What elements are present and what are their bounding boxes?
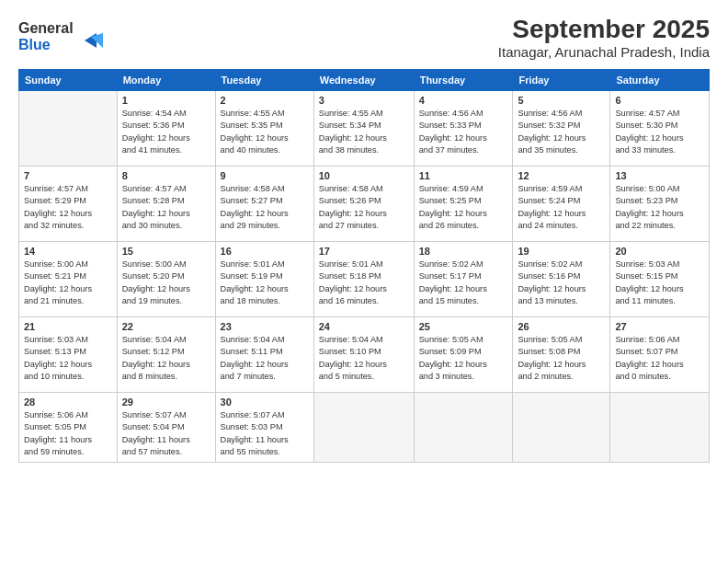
- week-row-2: 7Sunrise: 4:57 AM Sunset: 5:29 PM Daylig…: [19, 167, 710, 242]
- day-info: Sunrise: 5:05 AM Sunset: 5:08 PM Dayligh…: [518, 334, 605, 383]
- col-header-tuesday: Tuesday: [215, 70, 313, 91]
- day-info: Sunrise: 5:07 AM Sunset: 5:04 PM Dayligh…: [122, 409, 210, 458]
- col-header-thursday: Thursday: [414, 70, 513, 91]
- day-number: 25: [419, 321, 508, 332]
- day-info: Sunrise: 4:58 AM Sunset: 5:27 PM Dayligh…: [221, 183, 309, 232]
- day-info: Sunrise: 5:01 AM Sunset: 5:19 PM Dayligh…: [221, 259, 309, 307]
- day-number: 5: [518, 95, 605, 106]
- week-row-1: 1Sunrise: 4:54 AM Sunset: 5:36 PM Daylig…: [19, 91, 710, 167]
- day-number: 4: [419, 95, 508, 106]
- calendar-cell: 8Sunrise: 4:57 AM Sunset: 5:28 PM Daylig…: [117, 167, 215, 242]
- col-header-wednesday: Wednesday: [313, 70, 414, 91]
- calendar-cell: 29Sunrise: 5:07 AM Sunset: 5:04 PM Dayli…: [117, 393, 215, 463]
- calendar-cell: 13Sunrise: 5:00 AM Sunset: 5:23 PM Dayli…: [610, 167, 710, 242]
- day-number: 23: [221, 321, 309, 332]
- calendar-cell: 19Sunrise: 5:02 AM Sunset: 5:16 PM Dayli…: [513, 242, 610, 317]
- day-number: 21: [24, 321, 112, 332]
- calendar-cell: [513, 393, 610, 463]
- day-number: 18: [419, 246, 508, 257]
- calendar-cell: 6Sunrise: 4:57 AM Sunset: 5:30 PM Daylig…: [610, 91, 710, 167]
- calendar-cell: 23Sunrise: 5:04 AM Sunset: 5:11 PM Dayli…: [215, 317, 313, 393]
- day-info: Sunrise: 4:57 AM Sunset: 5:29 PM Dayligh…: [24, 183, 112, 232]
- calendar-cell: [19, 91, 118, 167]
- month-title: September 2025: [498, 15, 710, 44]
- day-info: Sunrise: 5:03 AM Sunset: 5:13 PM Dayligh…: [24, 334, 112, 383]
- col-header-friday: Friday: [513, 70, 610, 91]
- col-header-monday: Monday: [117, 70, 215, 91]
- day-number: 11: [419, 170, 508, 181]
- day-info: Sunrise: 5:06 AM Sunset: 5:05 PM Dayligh…: [24, 409, 112, 458]
- calendar-header-row: SundayMondayTuesdayWednesdayThursdayFrid…: [19, 70, 710, 91]
- day-info: Sunrise: 5:04 AM Sunset: 5:11 PM Dayligh…: [221, 334, 309, 383]
- day-info: Sunrise: 5:03 AM Sunset: 5:15 PM Dayligh…: [615, 259, 704, 307]
- calendar-cell: 28Sunrise: 5:06 AM Sunset: 5:05 PM Dayli…: [19, 393, 118, 463]
- day-number: 14: [24, 246, 112, 257]
- calendar-cell: 5Sunrise: 4:56 AM Sunset: 5:32 PM Daylig…: [513, 91, 610, 167]
- svg-text:Blue: Blue: [18, 37, 51, 52]
- day-number: 24: [319, 321, 409, 332]
- calendar-cell: 4Sunrise: 4:56 AM Sunset: 5:33 PM Daylig…: [414, 91, 513, 167]
- day-number: 19: [518, 246, 605, 257]
- day-info: Sunrise: 4:54 AM Sunset: 5:36 PM Dayligh…: [122, 108, 210, 156]
- day-number: 2: [221, 95, 309, 106]
- day-info: Sunrise: 5:07 AM Sunset: 5:03 PM Dayligh…: [221, 409, 309, 458]
- calendar-cell: 20Sunrise: 5:03 AM Sunset: 5:15 PM Dayli…: [610, 242, 710, 317]
- title-block: September 2025 Itanagar, Arunachal Prade…: [498, 15, 710, 60]
- calendar-cell: 25Sunrise: 5:05 AM Sunset: 5:09 PM Dayli…: [414, 317, 513, 393]
- calendar-cell: 7Sunrise: 4:57 AM Sunset: 5:29 PM Daylig…: [19, 167, 118, 242]
- calendar-cell: [610, 393, 710, 463]
- day-number: 7: [24, 170, 112, 181]
- day-number: 3: [319, 95, 409, 106]
- day-info: Sunrise: 4:57 AM Sunset: 5:28 PM Dayligh…: [122, 183, 210, 232]
- calendar-cell: 1Sunrise: 4:54 AM Sunset: 5:36 PM Daylig…: [117, 91, 215, 167]
- header: General Blue September 2025 Itanagar, Ar…: [18, 15, 710, 60]
- day-info: Sunrise: 5:02 AM Sunset: 5:17 PM Dayligh…: [419, 259, 508, 307]
- week-row-5: 28Sunrise: 5:06 AM Sunset: 5:05 PM Dayli…: [19, 393, 710, 463]
- calendar-table: SundayMondayTuesdayWednesdayThursdayFrid…: [18, 69, 710, 463]
- day-number: 17: [319, 246, 409, 257]
- day-number: 26: [518, 321, 605, 332]
- week-row-4: 21Sunrise: 5:03 AM Sunset: 5:13 PM Dayli…: [19, 317, 710, 393]
- col-header-saturday: Saturday: [610, 70, 710, 91]
- day-number: 10: [319, 170, 409, 181]
- day-info: Sunrise: 4:55 AM Sunset: 5:34 PM Dayligh…: [319, 108, 409, 156]
- calendar-cell: 12Sunrise: 4:59 AM Sunset: 5:24 PM Dayli…: [513, 167, 610, 242]
- day-info: Sunrise: 5:04 AM Sunset: 5:10 PM Dayligh…: [319, 334, 409, 383]
- day-info: Sunrise: 5:00 AM Sunset: 5:21 PM Dayligh…: [24, 259, 112, 307]
- day-number: 13: [615, 170, 704, 181]
- calendar-cell: 9Sunrise: 4:58 AM Sunset: 5:27 PM Daylig…: [215, 167, 313, 242]
- calendar-cell: 21Sunrise: 5:03 AM Sunset: 5:13 PM Dayli…: [19, 317, 118, 393]
- logo: General Blue: [18, 15, 119, 59]
- day-number: 20: [615, 246, 704, 257]
- day-number: 12: [518, 170, 605, 181]
- day-number: 22: [122, 321, 210, 332]
- day-info: Sunrise: 5:05 AM Sunset: 5:09 PM Dayligh…: [419, 334, 508, 383]
- day-info: Sunrise: 4:57 AM Sunset: 5:30 PM Dayligh…: [615, 108, 704, 156]
- day-info: Sunrise: 5:06 AM Sunset: 5:07 PM Dayligh…: [615, 334, 704, 383]
- day-number: 16: [221, 246, 309, 257]
- day-info: Sunrise: 5:00 AM Sunset: 5:20 PM Dayligh…: [122, 259, 210, 307]
- logo-text: General Blue: [18, 15, 119, 59]
- calendar-cell: [313, 393, 414, 463]
- day-number: 15: [122, 246, 210, 257]
- day-info: Sunrise: 4:58 AM Sunset: 5:26 PM Dayligh…: [319, 183, 409, 232]
- calendar-cell: [414, 393, 513, 463]
- day-info: Sunrise: 4:59 AM Sunset: 5:24 PM Dayligh…: [518, 183, 605, 232]
- calendar-cell: 17Sunrise: 5:01 AM Sunset: 5:18 PM Dayli…: [313, 242, 414, 317]
- svg-marker-2: [85, 33, 97, 48]
- calendar-cell: 3Sunrise: 4:55 AM Sunset: 5:34 PM Daylig…: [313, 91, 414, 167]
- day-info: Sunrise: 5:04 AM Sunset: 5:12 PM Dayligh…: [122, 334, 210, 383]
- day-number: 6: [615, 95, 704, 106]
- day-info: Sunrise: 5:01 AM Sunset: 5:18 PM Dayligh…: [319, 259, 409, 307]
- location: Itanagar, Arunachal Pradesh, India: [498, 44, 710, 60]
- calendar-cell: 10Sunrise: 4:58 AM Sunset: 5:26 PM Dayli…: [313, 167, 414, 242]
- calendar-cell: 15Sunrise: 5:00 AM Sunset: 5:20 PM Dayli…: [117, 242, 215, 317]
- calendar-cell: 22Sunrise: 5:04 AM Sunset: 5:12 PM Dayli…: [117, 317, 215, 393]
- day-info: Sunrise: 4:59 AM Sunset: 5:25 PM Dayligh…: [419, 183, 508, 232]
- day-info: Sunrise: 5:02 AM Sunset: 5:16 PM Dayligh…: [518, 259, 605, 307]
- day-info: Sunrise: 5:00 AM Sunset: 5:23 PM Dayligh…: [615, 183, 704, 232]
- day-info: Sunrise: 4:56 AM Sunset: 5:32 PM Dayligh…: [518, 108, 605, 156]
- calendar-cell: 18Sunrise: 5:02 AM Sunset: 5:17 PM Dayli…: [414, 242, 513, 317]
- col-header-sunday: Sunday: [19, 70, 118, 91]
- day-info: Sunrise: 4:55 AM Sunset: 5:35 PM Dayligh…: [221, 108, 309, 156]
